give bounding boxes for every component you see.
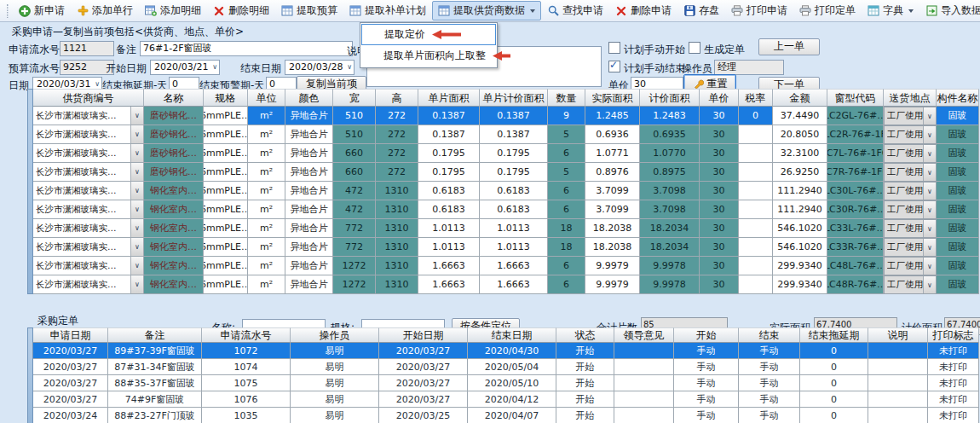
table-cell[interactable]: 0.1387 (480, 107, 548, 125)
table-cell[interactable]: 工厂使用∨ (884, 163, 937, 182)
table-cell[interactable]: 0.1795 (418, 144, 480, 163)
table-row[interactable]: 长沙市潇湘玻璃实…∨钢化室内…6mmPLE…m²异地合片127213101.66… (33, 257, 979, 275)
table-cell[interactable] (739, 125, 773, 144)
table-cell[interactable] (739, 144, 773, 163)
table-cell[interactable]: 手动 (674, 343, 739, 359)
table-cell[interactable]: 26.9250 (773, 163, 827, 182)
table-cell[interactable]: 1.0113 (480, 238, 548, 257)
table-cell[interactable]: 546.1020 (773, 238, 827, 257)
table-cell[interactable]: 2020/05/04 (468, 359, 556, 375)
table-cell[interactable]: 510 (333, 107, 376, 125)
table-cell[interactable]: 手动 (739, 375, 800, 391)
dropdown-arrow-icon[interactable]: ∨ (923, 258, 936, 275)
table-row[interactable]: 长沙市潇湘玻璃实…∨钢化室内…6mmPLE…m²异地合片77213101.011… (33, 238, 979, 257)
table-cell[interactable] (739, 219, 773, 238)
table-cell[interactable] (739, 200, 773, 219)
table-cell[interactable]: 2020/03/24 (33, 408, 108, 423)
dictionary-button[interactable]: 字典 (862, 1, 919, 20)
extract-supplement-plan-button[interactable]: 提取补单计划 (343, 1, 432, 20)
table-cell[interactable]: 18.2034 (640, 238, 700, 257)
table-cell[interactable]: 手动 (674, 375, 739, 391)
table-cell[interactable]: 长沙市潇湘玻璃实…∨ (33, 238, 144, 257)
table-row[interactable]: 2020/03/2774#9F窗固玻1076易明2020/03/272020/0… (33, 391, 979, 408)
dropdown-arrow-icon[interactable]: ∨ (923, 126, 936, 143)
table-cell[interactable]: 2020/03/27 (379, 343, 468, 359)
table-cell[interactable]: m² (248, 144, 285, 163)
table-row[interactable]: 长沙市潇湘玻璃实…∨磨砂钢化…6mmPLE…m²异地合片6602720.1795… (33, 144, 979, 163)
table-cell[interactable]: 固玻 (937, 144, 979, 163)
table-cell[interactable]: 未打印 (928, 343, 979, 359)
dropdown-arrow-icon[interactable]: ∨ (130, 200, 143, 218)
table-cell[interactable]: 74#9F窗固玻 (108, 391, 202, 408)
table-cell[interactable]: 长沙市潇湘玻璃实…∨ (33, 182, 144, 200)
table-cell[interactable] (614, 343, 674, 359)
table-cell[interactable]: 1.0770 (640, 144, 700, 163)
table-cell[interactable] (739, 163, 773, 182)
table-cell[interactable]: 1310 (376, 219, 418, 238)
table-cell[interactable]: 1310 (376, 257, 418, 275)
table-cell[interactable]: 长沙市潇湘玻璃实…∨ (33, 107, 144, 125)
table-cell[interactable]: 长沙市潇湘玻璃实…∨ (33, 125, 144, 144)
table-cell[interactable]: 0.1795 (480, 144, 548, 163)
table-cell[interactable]: m² (248, 163, 285, 182)
dropdown-arrow-icon[interactable]: ∨ (130, 107, 143, 125)
table-cell[interactable]: 3.7098 (640, 200, 700, 219)
table-cell[interactable]: 磨砂钢化… (144, 144, 204, 163)
table-cell[interactable] (614, 375, 674, 391)
table-cell[interactable]: 472 (333, 182, 376, 200)
table-cell[interactable]: 固玻 (937, 125, 979, 144)
table-cell[interactable]: 未打印 (928, 408, 979, 423)
table-cell[interactable]: 异地合片 (285, 107, 333, 125)
table-cell[interactable]: 9.9978 (640, 275, 700, 294)
table-cell[interactable]: LC48R-76#… (827, 275, 884, 294)
table-cell[interactable]: 0.6183 (418, 182, 480, 200)
table-cell[interactable]: LC7L-76#-1FO (827, 144, 884, 163)
dropdown-arrow-icon[interactable]: ∨ (130, 257, 143, 275)
table-row[interactable]: 长沙市潇湘玻璃实…∨磨砂钢化…6mmPLE…m²异地合片5102720.1387… (33, 125, 979, 144)
table-cell[interactable] (868, 359, 928, 375)
table-cell[interactable]: 未打印 (928, 359, 979, 375)
table-cell[interactable]: m² (248, 275, 285, 294)
dropdown-arrow-icon[interactable]: ∨ (923, 276, 936, 293)
table-cell[interactable]: 1.2483 (640, 107, 700, 125)
table-cell[interactable]: 111.2940 (773, 200, 827, 219)
table-cell[interactable]: 272 (376, 144, 418, 163)
table-cell[interactable]: 1074 (202, 359, 291, 375)
table-cell[interactable]: 772 (333, 238, 376, 257)
table-cell[interactable]: 磨砂钢化… (144, 125, 204, 144)
dropdown-arrow-icon[interactable]: ∨ (130, 275, 143, 293)
print-request-button[interactable]: 打印申请 (725, 1, 793, 20)
table-cell[interactable]: 工厂使用∨ (884, 257, 937, 275)
table-cell[interactable]: 1075 (202, 375, 291, 391)
table-cell[interactable]: 异地合片 (285, 275, 333, 294)
table-cell[interactable]: 0 (739, 107, 773, 125)
table-row[interactable]: 长沙市潇湘玻璃实…∨磨砂钢化…6mmPLE…m²异地合片5102720.1387… (33, 107, 979, 125)
table-cell[interactable]: 1272 (333, 257, 376, 275)
table-cell[interactable]: 9.9979 (585, 257, 640, 275)
table-cell[interactable]: 6mmPLE… (204, 257, 248, 275)
table-row[interactable]: 长沙市潇湘玻璃实…∨钢化室内…6mmPLE…m²异地合片77213101.011… (33, 219, 979, 238)
dropdown-arrow-icon[interactable]: ∨ (923, 220, 936, 237)
table-cell[interactable]: 固玻 (937, 257, 979, 275)
table-cell[interactable]: 6 (548, 144, 585, 163)
table-cell[interactable]: 1310 (376, 200, 418, 219)
table-row[interactable]: 长沙市潇湘玻璃实…∨钢化室内…6mmPLE…m²异地合片127213101.66… (33, 275, 979, 294)
table-cell[interactable]: 0.1795 (418, 163, 480, 182)
table-cell[interactable]: 2020/03/27 (33, 359, 108, 375)
table-cell[interactable]: 299.9340 (773, 275, 827, 294)
table-cell[interactable]: 易明 (291, 408, 379, 423)
remark-field[interactable]: 76#1-2F窗固玻 (140, 41, 353, 56)
table-cell[interactable]: 易明 (291, 391, 379, 408)
table-cell[interactable]: 0 (800, 359, 868, 375)
plan-manual-start-checkbox[interactable] (608, 42, 620, 54)
table-cell[interactable] (614, 391, 674, 408)
table-cell[interactable]: 88#35-37F窗固玻 (108, 375, 202, 391)
table-cell[interactable]: 30 (700, 257, 739, 275)
table-cell[interactable] (739, 275, 773, 294)
table-cell[interactable]: 钢化室内… (144, 275, 204, 294)
dropdown-arrow-icon[interactable]: ∨ (130, 182, 143, 200)
table-cell[interactable]: 272 (376, 163, 418, 182)
table-cell[interactable]: m² (248, 125, 285, 144)
table-cell[interactable]: 长沙市潇湘玻璃实…∨ (33, 163, 144, 182)
table-cell[interactable]: 6mmPLE… (204, 238, 248, 257)
